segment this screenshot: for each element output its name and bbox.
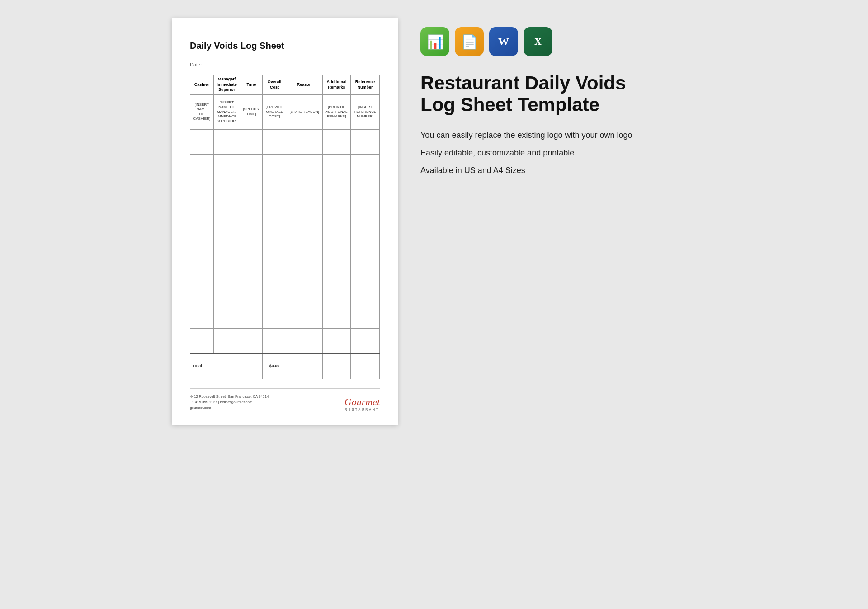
footer-brand: Gourmet RESTAURANT <box>344 396 380 411</box>
total-value: $0.00 <box>263 354 286 379</box>
col-header-remarks: AdditionalRemarks <box>322 75 350 95</box>
brand-sub: RESTAURANT <box>344 408 380 411</box>
table-row <box>190 129 380 154</box>
cell-cost: [PROVIDEOVERALLCOST] <box>263 95 286 129</box>
cell-refnum: [INSERTREFERENCENUMBER] <box>351 95 380 129</box>
feature-list: You can easily replace the existing logo… <box>420 130 692 177</box>
col-header-manager: Manager/ImmediateSuperior <box>213 75 240 95</box>
table-header-row: Cashier Manager/ImmediateSuperior Time O… <box>190 75 380 95</box>
word-icon-glyph: W <box>498 36 509 48</box>
footer-address: 4412 Roosevelt Street, San Francisco, CA… <box>190 394 269 411</box>
total-label: Total <box>190 354 263 379</box>
app-icon-word[interactable]: W <box>489 27 518 56</box>
table-row <box>190 254 380 279</box>
table-row <box>190 179 380 204</box>
doc-date: Date: <box>190 62 380 67</box>
cell-manager: [INSERTNAME OFMANAGER/IMMEDIATESUPERIOR] <box>213 95 240 129</box>
table-row: [INSERTNAMEOFCASHIER] [INSERTNAME OFMANA… <box>190 95 380 129</box>
col-header-refnum: ReferenceNumber <box>351 75 380 95</box>
app-icon-pages[interactable]: 📄 <box>455 27 484 56</box>
page-wrapper: Daily Voids Log Sheet Date: Cashier Mana… <box>163 9 705 434</box>
cell-reason: [STATE REASON] <box>286 95 322 129</box>
app-icons-row: 📊 📄 W X <box>420 27 692 56</box>
cell-remarks: [PROVIDEADDITIONALREMARKS] <box>322 95 350 129</box>
feature-item-3: Available in US and A4 Sizes <box>420 165 692 176</box>
address-line1: 4412 Roosevelt Street, San Francisco, CA… <box>190 394 269 400</box>
feature-item-2: Easily editable, customizable and printa… <box>420 147 692 159</box>
excel-icon-glyph: X <box>534 36 542 47</box>
address-line3: gourmet.com <box>190 405 269 411</box>
total-row: Total $0.00 <box>190 354 380 379</box>
cell-cashier: [INSERTNAMEOFCASHIER] <box>190 95 214 129</box>
table-row <box>190 304 380 328</box>
col-header-reason: Reason <box>286 75 322 95</box>
numbers-icon-glyph: 📊 <box>427 34 443 50</box>
info-panel: 📊 📄 W X Restaurant Daily Voids Log Sheet… <box>416 18 696 425</box>
app-icon-numbers[interactable]: 📊 <box>420 27 449 56</box>
document-container: Daily Voids Log Sheet Date: Cashier Mana… <box>172 18 398 425</box>
brand-name: Gourmet <box>344 396 380 408</box>
app-icon-excel[interactable]: X <box>524 27 552 56</box>
log-table: Cashier Manager/ImmediateSuperior Time O… <box>190 75 380 379</box>
table-row <box>190 279 380 304</box>
table-row <box>190 154 380 179</box>
address-line2: +1 415 359 1127 | hello@gourmet.com <box>190 399 269 405</box>
col-header-time: Time <box>240 75 263 95</box>
table-row <box>190 204 380 229</box>
col-header-cashier: Cashier <box>190 75 214 95</box>
doc-title: Daily Voids Log Sheet <box>190 41 380 51</box>
col-header-cost: OverallCost <box>263 75 286 95</box>
feature-item-1: You can easily replace the existing logo… <box>420 130 692 141</box>
doc-footer: 4412 Roosevelt Street, San Francisco, CA… <box>190 388 380 411</box>
table-row <box>190 329 380 354</box>
cell-time: [SPECIFYTIME] <box>240 95 263 129</box>
product-title: Restaurant Daily Voids Log Sheet Templat… <box>420 72 646 116</box>
table-row <box>190 229 380 254</box>
pages-icon-glyph: 📄 <box>461 34 478 50</box>
